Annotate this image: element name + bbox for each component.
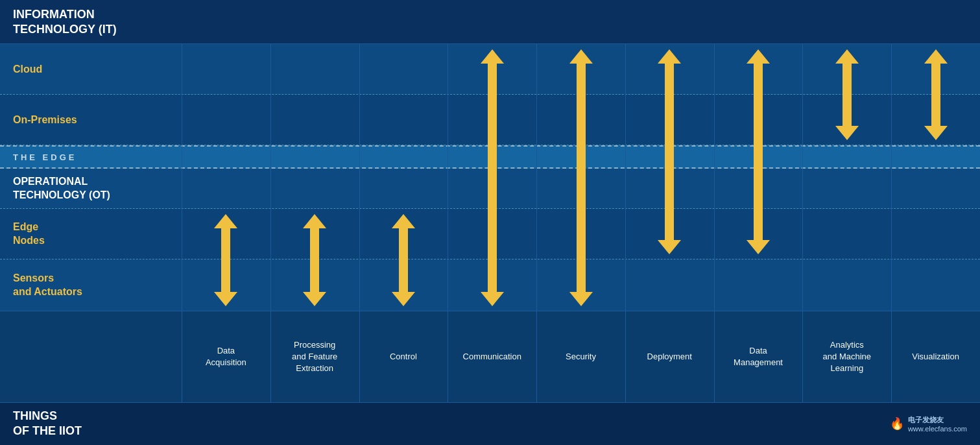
svg-rect-14 xyxy=(577,64,586,292)
cloud-label: Cloud xyxy=(0,44,182,95)
svg-rect-5 xyxy=(310,228,319,292)
arrow-col-0 xyxy=(214,214,237,306)
col-header-data-management: Data Management xyxy=(714,311,803,402)
things-label: THINGS OF THE IIOT xyxy=(0,402,182,445)
arrow-col-6 xyxy=(747,49,770,254)
arrow-col-4 xyxy=(569,49,593,306)
arrow-col-1 xyxy=(303,214,326,306)
svg-marker-1 xyxy=(214,292,237,306)
arrow-col-7 xyxy=(835,49,859,140)
svg-marker-10 xyxy=(481,292,504,306)
svg-marker-9 xyxy=(481,49,504,64)
svg-marker-18 xyxy=(747,49,770,64)
footer-logo: 🔥 电子发烧友 www.elecfans.com xyxy=(890,402,967,445)
edge-label: THE EDGE xyxy=(0,145,182,169)
svg-marker-12 xyxy=(569,49,593,64)
edge-nodes-label: Edge Nodes xyxy=(0,209,182,259)
svg-marker-22 xyxy=(835,126,859,140)
svg-marker-21 xyxy=(835,49,859,64)
svg-rect-2 xyxy=(221,228,230,292)
svg-marker-19 xyxy=(747,240,770,254)
diagram-container: INFORMATION TECHNOLOGY (IT) Cloud On-Pre… xyxy=(0,0,980,445)
svg-rect-8 xyxy=(399,228,408,292)
svg-marker-0 xyxy=(214,214,237,228)
sensors-label: Sensors and Actuators xyxy=(0,259,182,311)
col-header-visualization: Visualization xyxy=(891,311,980,402)
arrow-col-3 xyxy=(481,49,504,306)
svg-marker-6 xyxy=(392,214,415,228)
svg-rect-26 xyxy=(931,64,940,126)
arrow-col-5 xyxy=(658,49,681,254)
arrow-col-8 xyxy=(924,49,948,140)
svg-rect-17 xyxy=(665,64,674,240)
arrow-col-2 xyxy=(392,214,415,306)
ot-label: OPERATIONAL TECHNOLOGY (OT) xyxy=(0,169,182,209)
col-header-control: Control xyxy=(359,311,448,402)
svg-marker-13 xyxy=(569,292,593,306)
svg-marker-3 xyxy=(303,214,326,228)
col-header-processing: Processing and Feature Extraction xyxy=(270,311,359,402)
svg-marker-7 xyxy=(392,292,415,306)
svg-marker-16 xyxy=(658,240,681,254)
svg-marker-25 xyxy=(924,126,948,140)
col-header-analytics: Analytics and Machine Learning xyxy=(802,311,891,402)
svg-marker-15 xyxy=(658,49,681,64)
onprem-label: On-Premises xyxy=(0,95,182,145)
col-header-deployment: Deployment xyxy=(625,311,714,402)
it-label: INFORMATION TECHNOLOGY (IT) xyxy=(0,0,182,44)
col-header-data-acquisition: Data Acquisition xyxy=(182,311,270,402)
svg-rect-23 xyxy=(843,64,852,126)
col-header-security: Security xyxy=(536,311,625,402)
svg-marker-24 xyxy=(924,49,948,64)
col-header-communication: Communication xyxy=(448,311,536,402)
svg-rect-20 xyxy=(754,64,763,240)
svg-rect-11 xyxy=(488,64,497,292)
svg-marker-4 xyxy=(303,292,326,306)
